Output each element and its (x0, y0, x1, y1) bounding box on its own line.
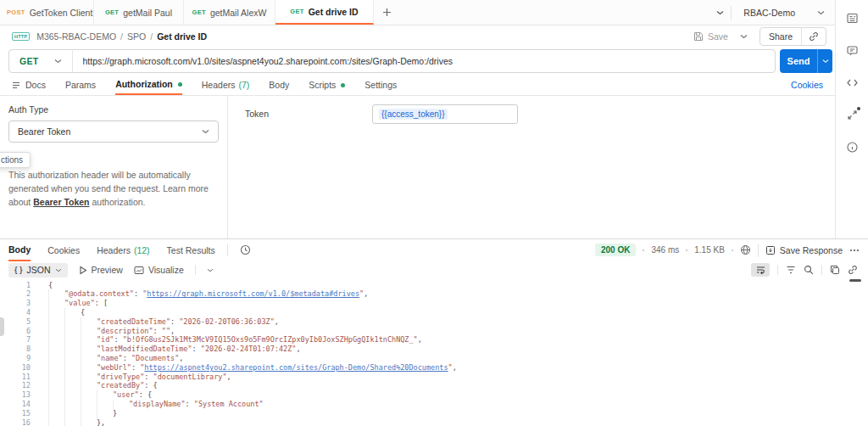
code-token: : (123, 354, 131, 362)
save-button[interactable]: Save (693, 31, 728, 42)
related-requests-icon[interactable] (846, 109, 859, 121)
tab-headers[interactable]: Headers (7) (202, 75, 250, 95)
more-actions-button[interactable] (849, 249, 860, 252)
status-badge[interactable]: 200 OK (595, 244, 636, 256)
tab-label: Cookies (47, 245, 80, 255)
share-button[interactable]: Share (760, 28, 801, 45)
save-response-button[interactable]: Save Response (765, 245, 843, 255)
indent-guide (81, 390, 97, 400)
indent-guide (64, 390, 81, 400)
indent-guide (64, 381, 81, 390)
line-number: 3 (0, 299, 31, 308)
indent-guide (81, 363, 97, 373)
auth-type-panel: Auth Type Bearer Token This authorizatio… (0, 96, 228, 238)
request-tab-1[interactable]: POST GetToken Client Creder (0, 0, 94, 25)
response-tab-headers[interactable]: Headers (12) (97, 239, 149, 261)
tab-scripts[interactable]: Scripts (309, 75, 345, 95)
response-tab-body[interactable]: Body (8, 239, 31, 261)
save-icon (693, 31, 704, 42)
tab-label: Headers (97, 245, 131, 255)
method-selector[interactable]: GET (9, 56, 72, 66)
url-input[interactable] (73, 50, 776, 72)
format-selector[interactable]: { } JSON (8, 263, 68, 277)
documentation-icon[interactable] (846, 12, 859, 25)
code-text: "id": "b!OfG8us2SJk1Mt3McV9IQ15Oxs9o5Fm9… (97, 335, 422, 345)
tab-params[interactable]: Params (65, 75, 96, 95)
code-token: , (179, 354, 183, 362)
divider (821, 265, 822, 275)
line-number: 9 (0, 354, 31, 363)
tab-settings[interactable]: Settings (364, 75, 397, 95)
request-tab-2[interactable]: GET getMail Paul (94, 0, 184, 25)
save-options-button[interactable] (733, 34, 754, 39)
auth-desc-text: authorization. (90, 197, 146, 207)
response-link[interactable]: https://graph.microsoft.com/v1.0/$metada… (147, 289, 359, 298)
token-label: Token (228, 104, 372, 124)
breadcrumb-collection[interactable]: M365-RBAC-DEMO (36, 31, 116, 42)
code-line: 8"lastModifiedDateTime": "2026-02-24T01:… (0, 345, 868, 354)
tab-authorization[interactable]: Authorization (115, 75, 182, 95)
tab-docs[interactable]: Docs (12, 75, 46, 95)
breadcrumb-folder[interactable]: SPO (127, 31, 146, 42)
search-icon[interactable] (804, 265, 814, 275)
preview-label: Preview (92, 265, 123, 275)
scrollbar-thumb[interactable] (849, 279, 861, 282)
response-tab-test-results[interactable]: Test Results (167, 239, 215, 261)
history-wrap (227, 239, 251, 261)
line-number: 12 (0, 381, 31, 390)
code-token: : [ (95, 299, 108, 307)
divider (227, 244, 228, 256)
code-text: { (81, 308, 85, 317)
bearer-token-link[interactable]: Bearer Token (33, 197, 89, 207)
auth-type-select[interactable]: Bearer Token (8, 121, 219, 143)
response-history-icon[interactable] (240, 244, 251, 255)
code-token: : (192, 345, 201, 353)
response-size[interactable]: 1.15 KB (694, 245, 725, 255)
share-button-group: Share (760, 27, 826, 46)
wrap-text-toggle[interactable] (751, 263, 770, 277)
info-icon[interactable] (846, 141, 859, 154)
code-text: "driveType": "documentLibrary", (97, 373, 231, 382)
response-section: Body Cookies Headers (12) Test Results (0, 238, 868, 426)
filter-icon[interactable] (786, 266, 796, 274)
link-icon[interactable] (848, 265, 858, 275)
send-options-button[interactable] (817, 49, 832, 73)
response-time[interactable]: 346 ms (651, 245, 679, 255)
view-options-button[interactable] (207, 268, 214, 272)
visualize-button[interactable]: Visualize (134, 265, 184, 275)
request-tab-3[interactable]: GET getMail AlexW (184, 0, 275, 25)
code-token: "documentLibrary" (153, 373, 227, 381)
code-snippet-icon[interactable] (846, 76, 859, 89)
environment-selector[interactable]: RBAC-Demo (732, 8, 835, 18)
response-link[interactable]: https://aspnet4you2.sharepoint.com/sites… (144, 363, 448, 372)
breadcrumb-request-name[interactable]: Get drive ID (157, 31, 207, 42)
request-tab-4-active[interactable]: GET Get drive ID (275, 0, 374, 25)
send-button[interactable]: Send (780, 49, 832, 73)
token-input[interactable]: {{access_token}} (372, 104, 518, 124)
indent-guide (64, 308, 81, 317)
preview-button[interactable]: Preview (79, 265, 123, 275)
tab-label: Settings (364, 80, 397, 90)
request-subtabs: Docs Params Authorization Headers (7) Bo… (0, 75, 835, 96)
new-tab-button[interactable] (374, 0, 399, 25)
comments-icon[interactable] (846, 44, 859, 57)
network-info-icon[interactable] (740, 244, 751, 255)
code-token: "createdDateTime" (97, 317, 170, 326)
save-response-label: Save Response (780, 245, 843, 255)
code-token: : (170, 317, 179, 326)
code-token: : { (139, 390, 152, 399)
tab-overflow-button[interactable] (709, 10, 731, 15)
indent-guide (81, 345, 97, 354)
copy-link-button[interactable] (801, 28, 826, 45)
indent-guide (48, 373, 64, 382)
sidebar-expand-handle[interactable] (0, 317, 4, 336)
cookies-link[interactable]: Cookies (791, 75, 823, 95)
response-body-viewer[interactable]: 1{2"@odata.context": "https://graph.micr… (0, 279, 868, 426)
copy-icon[interactable] (830, 265, 840, 275)
tab-label: Test Results (167, 245, 215, 255)
share-label: Share (769, 31, 793, 42)
tab-body[interactable]: Body (269, 75, 289, 95)
breadcrumb-actions: Save Share (693, 27, 826, 46)
response-tab-cookies[interactable]: Cookies (47, 239, 80, 261)
code-token: , (227, 373, 231, 381)
